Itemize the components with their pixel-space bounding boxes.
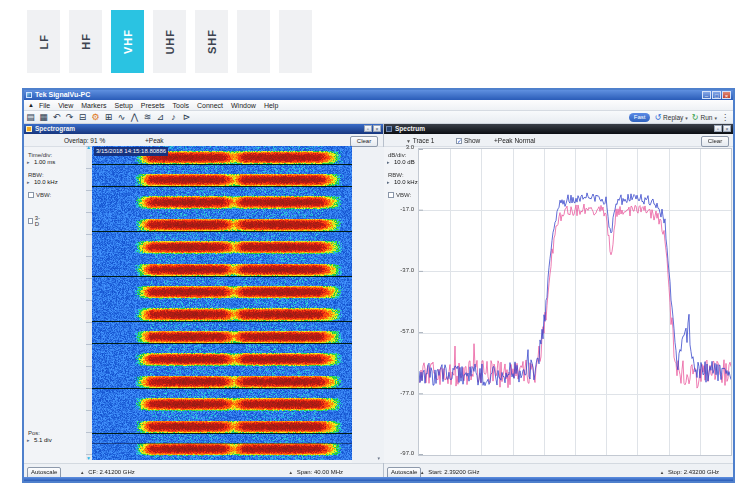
menu-help[interactable]: Help <box>264 102 278 109</box>
replay-icon: ↺ <box>654 113 661 122</box>
window-title: Tek SignalVu-PC <box>35 90 90 100</box>
spectrum-clear-button[interactable]: Clear <box>701 136 729 147</box>
tab-lf-label: LF <box>38 34 50 49</box>
spec-rbw-value[interactable]: 10.0 kHz <box>394 179 418 185</box>
spectrum-icon[interactable]: ∿ <box>115 112 128 123</box>
sgram-rbw-spinner[interactable]: ▸ <box>27 179 30 185</box>
tab-uhf[interactable]: UHF <box>153 10 186 73</box>
spectrum-close-button[interactable]: × <box>723 125 731 132</box>
spectrogram-side-column: ▾ <box>352 147 384 463</box>
tool-bar: ▤ ▦ ↶ ↷ ⊟ ⚙ ⊞ ∿ ⋀ ≋ ⊿ ♪ ⊳ Fast ↺ Replay … <box>24 111 733 124</box>
spectrogram-bottom-marker-icon[interactable]: ▼ <box>86 455 91 461</box>
page: LF HF VHF UHF SHF Tek SignalVu-PC – □ × … <box>0 0 738 487</box>
run-button[interactable]: ↻ Run ▾ <box>692 113 717 122</box>
app-menu-icon[interactable]: ▲ <box>28 102 34 108</box>
show-trace-checkbox[interactable]: ✓ <box>456 138 462 144</box>
maximize-button[interactable]: □ <box>712 91 721 99</box>
tab-shf-label: SHF <box>206 29 218 54</box>
analysis-icon[interactable]: ⋀ <box>128 112 141 123</box>
tab-vhf[interactable]: VHF <box>111 10 144 73</box>
spectrum-detector-label: +Peak Normal <box>494 137 535 144</box>
tab-shf[interactable]: SHF <box>195 10 228 73</box>
threed-label: 3-D <box>35 215 42 227</box>
spec-vbw-checkbox[interactable] <box>388 192 394 198</box>
amplitude-icon[interactable]: ⊿ <box>154 112 167 123</box>
menu-window[interactable]: Window <box>231 102 256 109</box>
menu-tools[interactable]: Tools <box>173 102 189 109</box>
ytick-2: -37.0 <box>384 267 414 273</box>
spectrum-plot[interactable] <box>418 148 732 456</box>
side-scroll-caret-icon[interactable]: ▾ <box>377 455 380 461</box>
tab-empty-1[interactable] <box>237 10 270 73</box>
pos-spinner[interactable]: ▸ <box>27 437 30 443</box>
menu-markers[interactable]: Markers <box>81 102 106 109</box>
more-menu-icon[interactable]: ⋮ <box>721 113 729 122</box>
trace-selector[interactable]: ▼ Trace 1 <box>406 137 434 144</box>
tab-empty-2[interactable] <box>279 10 312 73</box>
sgram-rbw-value[interactable]: 10.0 kHz <box>34 179 58 185</box>
threed-checkbox[interactable] <box>28 218 33 224</box>
spec-rbw-spinner[interactable]: ▸ <box>387 179 390 185</box>
menu-view[interactable]: View <box>58 102 73 109</box>
signalvu-window: Tek SignalVu-PC – □ × ▲ File View Marker… <box>22 88 735 483</box>
settings-gear-icon[interactable]: ⚙ <box>89 112 102 123</box>
tab-hf-label: HF <box>80 33 92 50</box>
tab-hf[interactable]: HF <box>69 10 102 73</box>
stop-readout[interactable]: ▲ Stop: 2.43200 GHz <box>660 469 719 475</box>
menu-presets[interactable]: Presets <box>141 102 165 109</box>
menu-setup[interactable]: Setup <box>115 102 133 109</box>
threed-row: 3-D <box>28 215 41 227</box>
spectrogram-timestamp[interactable]: 3/15/2018 14:15:18.80886 <box>94 147 168 156</box>
cf-readout[interactable]: ▲ CF: 2.41200 GHz <box>80 469 135 475</box>
ytick-0: 3.0 <box>384 144 414 150</box>
span-readout[interactable]: ▲ Span: 40.00 MHz <box>288 469 343 475</box>
menu-connect[interactable]: Connect <box>197 102 223 109</box>
spectrogram-panel: Spectrogram ▫ × Overlap: 91 % +Peak Clea… <box>24 124 384 479</box>
acquire-icon[interactable]: ⊳ <box>180 112 193 123</box>
window-controls: – □ × <box>702 91 731 99</box>
start-readout[interactable]: ▲ Start: 2.39200 GHz <box>420 469 480 475</box>
stop-marker-icon: ▲ <box>660 470 664 475</box>
spectrogram-header[interactable]: Spectrogram ▫ × <box>24 124 383 134</box>
time-overview-icon[interactable]: ≋ <box>141 112 154 123</box>
spectrum-header[interactable]: Spectrum ▫ × <box>384 124 733 134</box>
minimize-button[interactable]: – <box>702 91 711 99</box>
time-div-spinner[interactable]: ▸ <box>27 159 30 165</box>
db-div-spinner[interactable]: ▸ <box>387 159 390 165</box>
time-div-value[interactable]: 1.00 ms <box>34 159 55 165</box>
save-icon[interactable]: ▦ <box>37 112 50 123</box>
stop-label: Stop: <box>668 469 682 475</box>
toolbar-right-group: Fast ↺ Replay ▾ ↻ Run ▾ ⋮ <box>629 112 729 123</box>
audio-icon[interactable]: ♪ <box>167 112 180 123</box>
print-icon[interactable]: ⊟ <box>76 112 89 123</box>
span-label: Span: <box>297 469 313 475</box>
sgram-vbw-checkbox[interactable] <box>28 192 34 198</box>
analysis-time-marker-line[interactable] <box>92 443 352 444</box>
replay-caret-icon: ▾ <box>685 115 688 121</box>
ytick-5: -97.0 <box>384 450 414 456</box>
close-button[interactable]: × <box>722 91 731 99</box>
spectrogram-top-marker-icon[interactable]: ▲ <box>86 144 91 150</box>
pos-value[interactable]: 5.1 div <box>34 437 52 443</box>
trace-label: Trace 1 <box>413 137 435 144</box>
open-icon[interactable]: ▤ <box>24 112 37 123</box>
start-label: Start: <box>428 469 442 475</box>
displays-icon[interactable]: ⊞ <box>102 112 115 123</box>
title-bar[interactable]: Tek SignalVu-PC – □ × <box>24 90 733 100</box>
fast-mode-button[interactable]: Fast <box>629 113 651 122</box>
menu-file[interactable]: File <box>39 102 50 109</box>
run-label: Run <box>701 114 713 121</box>
spectrogram-close-button[interactable]: × <box>373 125 381 132</box>
replay-button[interactable]: ↺ Replay ▾ <box>654 113 687 122</box>
spectrogram-waterfall[interactable] <box>92 146 352 460</box>
tab-lf[interactable]: LF <box>27 10 60 73</box>
redo-icon[interactable]: ↷ <box>63 112 76 123</box>
db-div-value[interactable]: 10.0 dB <box>394 159 415 165</box>
undo-icon[interactable]: ↶ <box>50 112 63 123</box>
spectrogram-restore-button[interactable]: ▫ <box>364 125 372 132</box>
spectrum-restore-button[interactable]: ▫ <box>714 125 722 132</box>
spec-vbw-row: VBW: <box>388 192 411 198</box>
band-tabstrip: LF HF VHF UHF SHF <box>27 10 312 73</box>
spectrogram-detector-label: +Peak <box>145 137 164 144</box>
spectrogram-clear-button[interactable]: Clear <box>350 136 378 147</box>
